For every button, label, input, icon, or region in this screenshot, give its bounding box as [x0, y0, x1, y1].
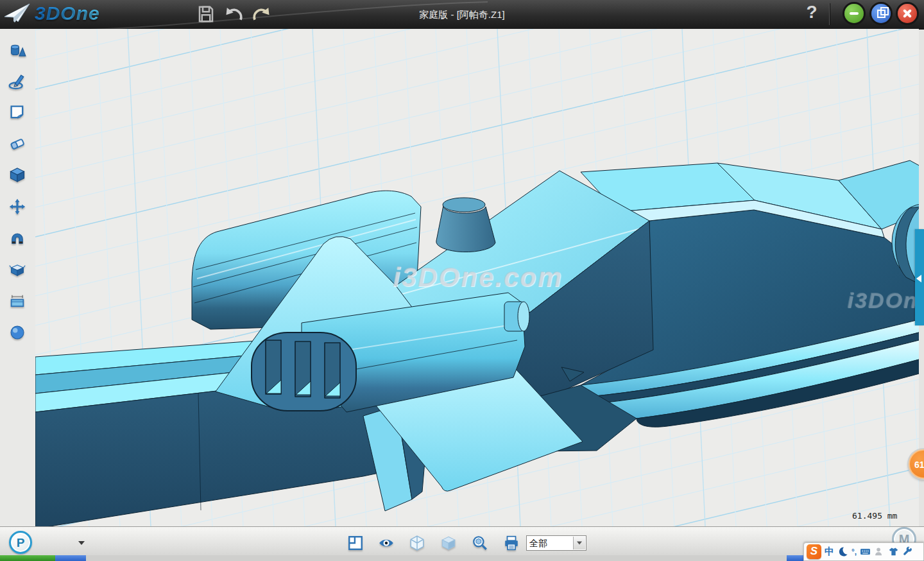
wireframe-cube-icon[interactable]: [409, 535, 425, 551]
chinese-mode-icon[interactable]: 中: [825, 546, 834, 558]
moon-icon[interactable]: [837, 546, 848, 557]
tshirt-icon[interactable]: [888, 546, 899, 557]
viewport-3d[interactable]: i3DOne.com i3DOne.com 61.495 mm: [35, 29, 919, 527]
restore-icon: [877, 10, 886, 18]
eraser-icon[interactable]: [8, 135, 26, 153]
trough-icon[interactable]: [8, 292, 26, 310]
measurement-readout: 61.495 mm: [852, 511, 897, 521]
application-window: { "window": { "brand": "3DOne", "title":…: [0, 0, 924, 561]
ime-toolbar: S 中 °,: [803, 542, 924, 561]
bottom-toolbar: P 全部: [0, 526, 924, 556]
chevron-down-icon: [577, 542, 582, 545]
shaded-cube-icon[interactable]: [440, 535, 457, 551]
minimize-icon: [850, 12, 859, 15]
material-sphere-icon[interactable]: [8, 324, 26, 341]
sketch-plane-icon[interactable]: [8, 103, 26, 121]
help-button[interactable]: ?: [802, 2, 821, 22]
restore-button[interactable]: [871, 4, 891, 23]
model-3d: [35, 29, 919, 526]
view-layout-icon[interactable]: [347, 535, 364, 551]
tool-sidebar: [0, 29, 36, 526]
visibility-eye-icon[interactable]: [378, 535, 395, 551]
sogou-logo-icon[interactable]: S: [807, 544, 821, 559]
print-icon[interactable]: [503, 535, 520, 551]
window-title: 家庭版 - [阿帕奇.Z1]: [0, 0, 924, 29]
expand-left-icon: [916, 275, 921, 282]
taskbar-green-segment: [0, 555, 55, 561]
zoom-cube-icon[interactable]: [472, 535, 488, 551]
minimize-button[interactable]: [844, 4, 864, 23]
display-filter-value: 全部: [529, 538, 547, 549]
primitive-shapes-icon[interactable]: [8, 42, 26, 60]
wrench-icon[interactable]: [902, 546, 913, 557]
model-geometry: [35, 160, 919, 526]
sketch-pen-icon[interactable]: [8, 73, 26, 91]
plan-dropdown-caret[interactable]: [78, 541, 85, 545]
taskbar-strip: [0, 555, 924, 561]
close-button[interactable]: [898, 4, 917, 23]
punctuation-icon[interactable]: °,: [851, 548, 857, 557]
display-filter-select[interactable]: 全部: [526, 535, 586, 551]
solid-cube-icon[interactable]: [8, 166, 26, 184]
collapsed-panel-tab[interactable]: [915, 229, 924, 325]
keyboard-icon[interactable]: [860, 546, 871, 557]
move-icon[interactable]: [8, 198, 26, 216]
dropdown-arrow-button[interactable]: [573, 537, 585, 549]
magnet-icon[interactable]: [8, 229, 26, 247]
titlebar-separator: [829, 3, 830, 25]
taskbar-blue-segment: [55, 555, 86, 561]
combine-box-icon[interactable]: [8, 261, 26, 279]
plan-view-button[interactable]: P: [9, 531, 32, 554]
title-bar: 3DOne 家庭版 - [阿帕奇.Z1] ?: [0, 0, 924, 30]
user-icon[interactable]: [874, 546, 885, 557]
